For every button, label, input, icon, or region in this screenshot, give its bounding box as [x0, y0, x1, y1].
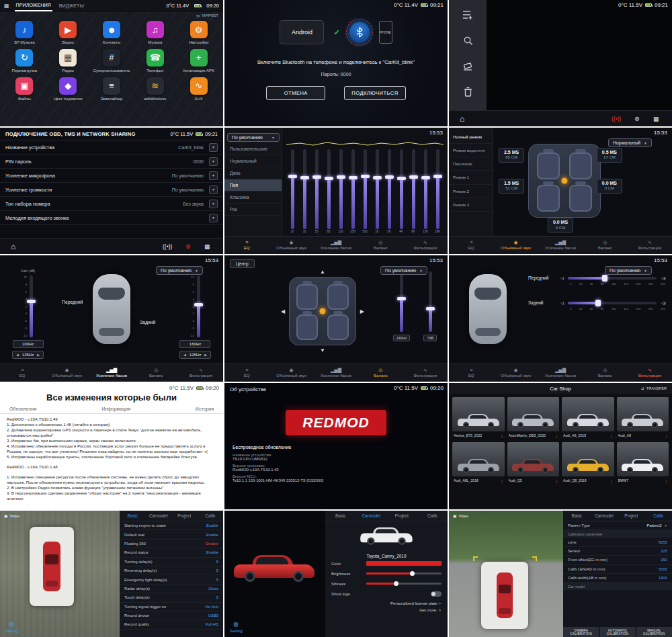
eq-band-slider[interactable]: 1K	[371, 149, 383, 234]
home-icon[interactable]: ⌂	[460, 115, 464, 123]
parameter-row[interactable]: Calib LEN(AD in mm) 5000	[563, 565, 672, 574]
preset-dropdown[interactable]: По умолчанию ▼	[227, 133, 280, 142]
car-card[interactable]: Audi_Q5 ↓	[507, 442, 560, 484]
audio-tab[interactable]: ≡ EQ	[224, 237, 269, 254]
calibration-button[interactable]: CAMERA CALIBRATION	[563, 627, 599, 637]
front-filter-slider[interactable]	[568, 277, 657, 280]
calibration-tab[interactable]: Carmodel	[356, 513, 387, 518]
eq-band-slider[interactable]: 20	[286, 149, 298, 234]
eq-band-slider[interactable]: 4K	[395, 149, 407, 234]
audio-tab[interactable]: ◎ Баланс	[134, 364, 178, 382]
front-gain-slider[interactable]	[30, 275, 33, 337]
calibration-tab[interactable]: Calib	[417, 513, 448, 518]
car-card[interactable]: BMW7 ↓	[617, 442, 669, 484]
balance-position-dot[interactable]	[320, 308, 326, 314]
mode-item[interactable]: Пассажир	[449, 157, 493, 171]
calibration-tab[interactable]: Project	[386, 513, 417, 518]
tab-apps[interactable]: ПРИЛОЖЕНИЯ	[15, 0, 52, 11]
gear-icon[interactable]: ⚙	[185, 243, 191, 250]
settings-row[interactable]: Record status Enable	[120, 548, 223, 557]
settings-row[interactable]: Reversing delay(s) 5	[120, 566, 223, 575]
car-card[interactable]: Aeolus_E70_2022 ↓	[452, 397, 505, 439]
settings-row[interactable]: PIN пароль 0000 ▼	[0, 155, 223, 169]
audio-tab[interactable]: ◎ Баланс	[583, 364, 627, 382]
settings-row[interactable]: Emergency light delay(s) 5	[120, 575, 223, 584]
default-dropdown[interactable]: По умолчанию ▼	[380, 266, 427, 275]
audio-tab[interactable]: ∿ Фильтрация	[403, 237, 448, 254]
tab-widgets[interactable]: ВИДЖЕТЫ	[58, 1, 85, 11]
dropdown-caret-icon[interactable]: ▼	[209, 214, 218, 222]
audio-tab[interactable]: ≡ EQ	[0, 364, 44, 382]
car-card[interactable]: Audi_Q8_2018 ↓	[562, 442, 614, 484]
ota-section-label[interactable]: Беспроводное обновление	[233, 445, 323, 450]
hotspot-icon[interactable]: ((•))	[163, 243, 172, 250]
arrow-down-icon[interactable]: ▼	[320, 347, 325, 353]
rear-freq-stepper[interactable]: ◀ 125Hz ▶	[179, 351, 211, 359]
settings-row[interactable]: Усиление микрофона По умолчанию ▼	[0, 169, 223, 183]
default-dropdown[interactable]: По умолчанию ▼	[605, 266, 652, 275]
tab-updates[interactable]: Обновления	[9, 407, 36, 411]
get-more-link[interactable]: Get more..>	[325, 605, 448, 612]
default-dropdown[interactable]: По умолчанию ▼	[156, 266, 203, 275]
settings-row[interactable]: Мелодия входящего звонка ▼	[0, 211, 223, 225]
cancel-button[interactable]: ОТМЕНА	[266, 86, 325, 100]
front-freq-value[interactable]: 100Hz	[13, 340, 44, 348]
car-card[interactable]: Audi_A8 ↓	[617, 397, 669, 439]
preset-item[interactable]: Нормальный	[224, 155, 282, 167]
settings-row[interactable]: Touch delay(s) 5	[120, 593, 223, 602]
mode-item[interactable]: Полный режим	[449, 130, 493, 144]
car-model-preview[interactable]	[325, 521, 448, 552]
download-icon[interactable]: ↓	[610, 433, 613, 438]
settings-row[interactable]: Record device USB0	[120, 611, 223, 620]
preset-item[interactable]: Пользовательские	[224, 143, 282, 155]
eq-band-slider[interactable]: 8K	[407, 149, 419, 234]
audio-tab[interactable]: ◎ Баланс	[358, 364, 403, 382]
preset-item[interactable]: Джаз	[224, 167, 282, 179]
brightness-slider[interactable]	[366, 572, 442, 575]
eq-band-slider[interactable]: 250	[347, 149, 359, 234]
app-shortcut[interactable]: ▦ Радио	[46, 49, 90, 73]
calibration-tab[interactable]: Project	[618, 513, 645, 518]
calibration-tab[interactable]: Calib	[198, 513, 224, 518]
audio-tab[interactable]: ∿ Фильтрация	[179, 364, 223, 382]
audio-tab[interactable]: ▂▅▇ Усиление басов	[314, 364, 358, 382]
grid-icon[interactable]: ▦	[653, 116, 659, 122]
rear-gain-slider[interactable]	[197, 275, 200, 337]
dropdown-caret-icon[interactable]: ▼	[209, 200, 218, 208]
grid-icon[interactable]: ▦	[204, 243, 210, 250]
mode-item[interactable]: Режим 1	[449, 171, 493, 184]
seat-front-right[interactable]	[569, 153, 592, 179]
car-card[interactable]: Audi_A8L_2018 ↓	[452, 442, 505, 484]
calibration-tab[interactable]: Carmodel	[591, 513, 618, 518]
settings-row[interactable]: Record quality Full HD	[120, 620, 223, 629]
app-shortcut[interactable]: ☻ Контакты	[90, 21, 134, 45]
mode-dropdown[interactable]: Нормальный ▼	[608, 138, 652, 147]
car-card[interactable]: AstonMartin_DBS_2020 ↓	[507, 397, 560, 439]
download-icon[interactable]: ↓	[610, 478, 613, 483]
arrow-left-icon[interactable]: ◀	[281, 308, 285, 314]
seat-rear-right[interactable]	[569, 185, 592, 212]
audio-tab[interactable]: ◎ Баланс	[358, 237, 403, 254]
rear-freq-value[interactable]: 160Hz	[179, 340, 210, 348]
video-button[interactable]: ▣ Video	[4, 514, 19, 518]
balance-slider[interactable]: 240Hz	[393, 271, 411, 341]
calibration-tab[interactable]: Calib	[645, 513, 672, 518]
balance-slider[interactable]: 7dB	[423, 271, 437, 341]
calibration-button[interactable]: AUTOMATIC CALIBRATION	[599, 627, 635, 637]
app-shortcut[interactable]: + Установщик APK	[177, 49, 220, 73]
settings-row[interactable]: Turning delay(s) 5	[120, 558, 223, 566]
transfer-button[interactable]: ⇄ TRANSFER	[641, 386, 667, 390]
calibration-tab[interactable]: Basic	[563, 513, 591, 518]
calibration-tab[interactable]: Basic	[120, 513, 146, 518]
settings-row[interactable]: Усиление громкости По умолчанию ▼	[0, 183, 223, 197]
parameter-row[interactable]: Lens 8255	[563, 538, 672, 546]
calibration-tab[interactable]: Project	[171, 513, 198, 518]
connect-button[interactable]: ПОДКЛЮЧИТЬСЯ	[344, 86, 405, 100]
dropdown-caret-icon[interactable]: ▼	[209, 171, 218, 180]
download-icon[interactable]: ↓	[556, 478, 558, 483]
download-icon[interactable]: ↓	[665, 478, 668, 483]
market-link[interactable]: ≫ МАРКЕТ	[196, 13, 218, 18]
app-shortcut[interactable]: ≋ adbWireless	[133, 77, 177, 101]
audio-tab[interactable]: ▂▅▇ Усиление басов	[89, 364, 134, 382]
seat-rear-left[interactable]	[537, 185, 560, 212]
